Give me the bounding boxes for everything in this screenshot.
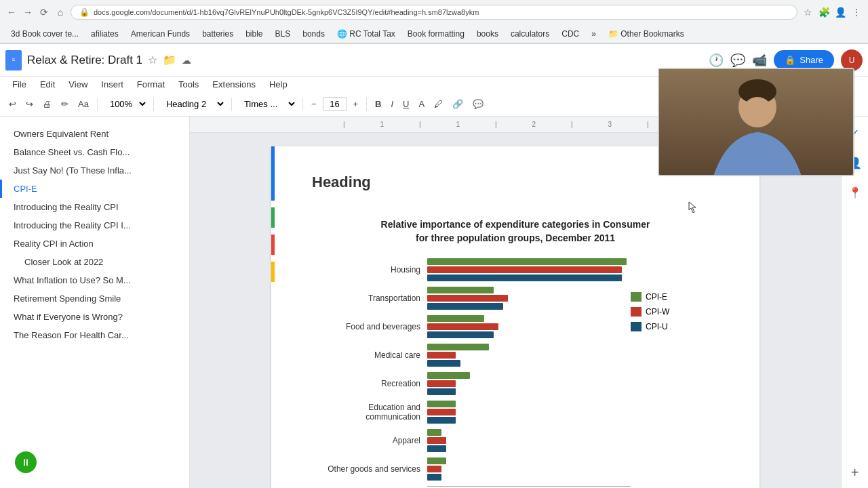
bar [427, 474, 441, 481]
bookmark-books[interactable]: books [471, 28, 504, 40]
zoom-select[interactable]: 100% [102, 96, 149, 112]
bookmark-cdc[interactable]: CDC [556, 28, 585, 40]
increase-font-button[interactable]: + [350, 97, 362, 111]
sidebar-item-4[interactable]: Introducing the Reality CPI [0, 198, 189, 216]
reload-button[interactable]: ⟳ [38, 6, 50, 18]
ruler-mark: 2 [532, 121, 536, 128]
legend-color-cpiu [631, 322, 642, 331]
ruler-mark: 3 [608, 121, 612, 128]
menu-format[interactable]: Format [130, 77, 172, 92]
paint-format-button[interactable]: ✏ [58, 97, 72, 111]
menu-insert[interactable]: Insert [94, 77, 130, 92]
chart-row-5: Education and communication [312, 401, 631, 424]
bar [427, 372, 470, 379]
legend-label-cpiw: CPI-W [646, 307, 669, 317]
bookmark-star[interactable]: ☆ [802, 6, 814, 18]
bar [427, 437, 446, 444]
sidebar-item-8[interactable]: What Inflation to Use? So M... [0, 271, 189, 289]
separator-3 [231, 98, 232, 111]
bar [427, 380, 456, 387]
document-outline-sidebar: Owners Equivalent Rent Balance Sheet vs.… [0, 117, 190, 488]
chart-row-3: Medical care [312, 344, 631, 367]
sidebar-item-6[interactable]: Reality CPI in Action [0, 235, 189, 253]
sidebar-item-3[interactable]: CPI-E [0, 180, 189, 198]
style-select[interactable]: Heading 2 [159, 96, 226, 112]
add-icon[interactable]: + [846, 463, 865, 482]
folder-icon[interactable]: 📁 [163, 54, 176, 66]
maps-icon[interactable]: 📍 [846, 183, 865, 202]
bookmark-batteries[interactable]: batteries [197, 28, 239, 40]
sidebar-item-7[interactable]: Closer Look at 2022 [0, 253, 189, 271]
forward-button[interactable]: → [22, 6, 34, 18]
address-bar[interactable]: 🔒 docs.google.com/document/d/1-hb16vq7Gl… [71, 5, 797, 20]
text-color-button[interactable]: A [416, 97, 429, 111]
link-button[interactable]: 🔗 [449, 97, 467, 111]
menu-btn[interactable]: ⋮ [850, 6, 863, 18]
bar-group [427, 429, 446, 452]
document-title[interactable]: Relax & Retire: Draft 1 [27, 54, 142, 67]
sidebar-item-9[interactable]: Retirement Spending Smile [0, 289, 189, 308]
menu-edit[interactable]: Edit [33, 77, 62, 92]
pause-button[interactable]: ⏸ [15, 451, 37, 473]
back-button[interactable]: ← [5, 6, 18, 18]
menu-extensions[interactable]: Extensions [205, 77, 262, 92]
print-button[interactable]: 🖨 [39, 97, 55, 111]
decrease-font-button[interactable]: − [308, 97, 320, 111]
highlight-button[interactable]: 🖊 [431, 97, 446, 111]
bold-button[interactable]: B [372, 97, 384, 111]
bookmark-3d[interactable]: 3d Book cover te... [5, 28, 84, 40]
bar [427, 401, 456, 407]
bookmark-bls[interactable]: BLS [270, 28, 296, 40]
menu-tools[interactable]: Tools [172, 77, 205, 92]
bookmark-afiliates[interactable]: afiliates [85, 28, 124, 40]
url-text: docs.google.com/document/d/1-hb16vq7GlvR… [94, 8, 479, 16]
left-accent-green [271, 207, 275, 228]
left-accent-blue [271, 146, 275, 201]
comments-icon[interactable]: 💬 [730, 53, 745, 68]
bookmark-bible[interactable]: bible [240, 28, 268, 40]
bookmark-bonds[interactable]: bonds [297, 28, 330, 40]
profile-btn[interactable]: 👤 [834, 6, 846, 18]
sidebar-item-1[interactable]: Balance Sheet vs. Cash Flo... [0, 143, 189, 161]
bookmark-book-formatting[interactable]: Book formatting [402, 28, 470, 40]
font-size-input[interactable] [323, 97, 347, 111]
star-icon[interactable]: ☆ [148, 54, 157, 66]
undo-button[interactable]: ↩ [5, 97, 20, 111]
bookmark-rc-total-tax[interactable]: 🌐 RC Total Tax [332, 28, 401, 40]
italic-button[interactable]: I [387, 97, 397, 111]
history-icon[interactable]: 🕐 [709, 53, 724, 68]
bookmark-american-funds[interactable]: American Funds [125, 28, 195, 40]
meet-icon[interactable]: 📹 [752, 53, 767, 68]
docs-title-area: ≡ Relax & Retire: Draft 1 ☆ 📁 ☁ [5, 50, 191, 70]
menu-help[interactable]: Help [262, 77, 294, 92]
title-icons: ☆ 📁 ☁ [148, 54, 191, 66]
sidebar-item-2[interactable]: Just Say No! (To These Infla... [0, 161, 189, 180]
comment-button[interactable]: 💬 [469, 97, 487, 111]
redo-button[interactable]: ↪ [22, 97, 37, 111]
legend-cpie: CPI-E [631, 292, 719, 302]
sidebar-item-0[interactable]: Owners Equivalent Rent [0, 125, 189, 143]
menu-view[interactable]: View [62, 77, 94, 92]
font-select[interactable]: Times ... [237, 96, 298, 112]
spell-check-button[interactable]: Aa [75, 97, 92, 111]
video-overlay [658, 68, 854, 176]
bar [427, 287, 494, 293]
menu-file[interactable]: File [5, 77, 33, 92]
underline-button[interactable]: U [399, 97, 412, 111]
bar [427, 445, 446, 452]
ruler-mark: | [343, 121, 345, 128]
bar [427, 352, 456, 359]
share-button[interactable]: 🔒 Share [774, 50, 834, 70]
home-button[interactable]: ⌂ [54, 6, 66, 18]
bookmark-other[interactable]: 📁 Other Bookmarks [603, 28, 690, 40]
sidebar-item-10[interactable]: What if Everyone is Wrong? [0, 308, 189, 326]
legend-color-cpiw [631, 307, 642, 317]
extensions-btn[interactable]: 🧩 [818, 6, 830, 18]
bookmark-more[interactable]: » [586, 28, 601, 40]
bar-group [427, 287, 508, 310]
sidebar-item-11[interactable]: The Reason For Health Car... [0, 326, 189, 344]
cloud-icon[interactable]: ☁ [182, 55, 191, 66]
sidebar-item-5[interactable]: Introducing the Reality CPI I... [0, 216, 189, 235]
bookmark-calculators[interactable]: calculators [505, 28, 555, 40]
bar [427, 266, 622, 273]
